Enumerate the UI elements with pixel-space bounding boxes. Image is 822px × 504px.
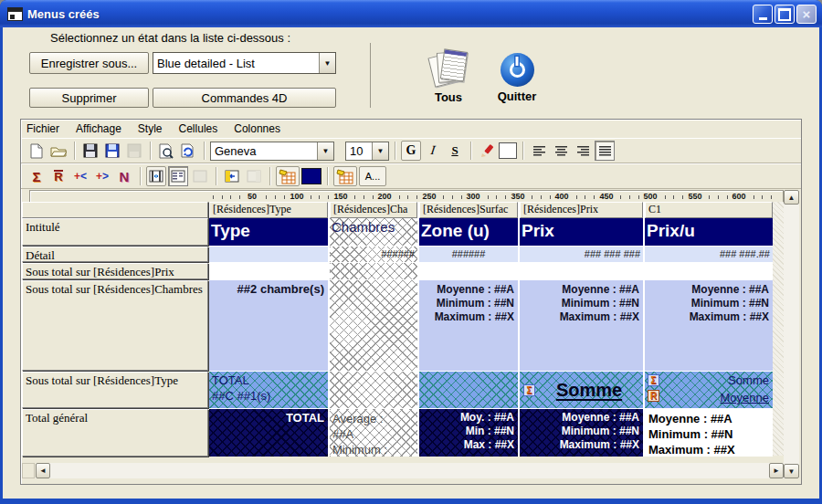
cell-sttype-prix[interactable]: Σ Somme (520, 372, 645, 408)
fill-color-tool-button[interactable] (276, 166, 300, 186)
cell-stchambres-prix[interactable]: Moyenne : ##A Minimum : ##N Maximum : ##… (520, 280, 645, 371)
cell-detail-prix[interactable]: ### ### ### (520, 247, 645, 262)
new-column-button[interactable]: N (114, 166, 134, 186)
insert-column-right-button[interactable]: +> (92, 166, 112, 186)
refresh-report-button[interactable] (178, 141, 198, 161)
new-document-button[interactable] (26, 141, 47, 161)
cell-title-chambres[interactable]: Chambres (330, 218, 419, 246)
cell-detail-type[interactable] (209, 247, 330, 262)
commands-4d-button[interactable]: Commandes 4D (153, 88, 336, 108)
cell-stprix-type[interactable] (209, 263, 330, 279)
align-right-button[interactable] (573, 141, 593, 161)
column-width-button[interactable] (146, 166, 166, 186)
menu-affichage[interactable]: Affichage (74, 122, 123, 135)
align-justify-button[interactable] (595, 141, 615, 161)
font-size-select[interactable]: 10 ▼ (345, 142, 389, 161)
insert-column-left-button[interactable]: +< (70, 166, 90, 186)
row-label-corner[interactable] (22, 202, 208, 218)
cell-stchambres-prix-u[interactable]: Moyenne : ##A Minimum : ##N Maximum : ##… (645, 280, 773, 371)
font-select[interactable]: Geneva ▼ (210, 142, 334, 161)
open-button[interactable] (48, 141, 68, 161)
horizontal-scrollbar[interactable]: ◄ ► (36, 463, 784, 478)
client-area: Sélectionnez un état dans la liste ci-de… (3, 27, 819, 499)
row-label-subtotal-prix[interactable]: Sous total sur [Résidences]Prix (22, 263, 208, 279)
scroll-down-icon[interactable]: ▼ (784, 464, 799, 478)
cell-total-prix-u[interactable]: Moyenne : ##A Minimum : ##N Maximum : ##… (645, 409, 773, 457)
cell-sttype-type[interactable]: TOTAL ##C ##1(s) (209, 372, 330, 408)
cell-title-prix-u[interactable]: Prix/u (645, 218, 773, 246)
font-size-arrow-icon[interactable]: ▼ (372, 142, 388, 160)
close-button[interactable]: × (796, 5, 817, 24)
report-select-arrow-icon[interactable]: ▼ (319, 53, 335, 73)
cell-stprix-zone[interactable] (419, 263, 520, 279)
cell-detail-prix-u[interactable]: ### ###.## (645, 247, 773, 262)
row-label-subtotal-type[interactable]: Sous total sur [Résidences]Type (22, 372, 208, 408)
align-center-button[interactable] (551, 141, 571, 161)
row-label-detail[interactable]: Détail (22, 247, 208, 262)
column-header-surface[interactable]: [Résidences]Surfac (419, 202, 518, 218)
cell-stprix-prix-u[interactable] (645, 263, 773, 279)
scroll-right-icon[interactable]: ► (769, 463, 784, 478)
titlebar[interactable]: Menus créés × (0, 0, 822, 27)
font-select-value: Geneva (211, 144, 317, 158)
alt-fill-tool-button[interactable] (333, 166, 357, 186)
column-header-chambres[interactable]: [Résidences]Cha (330, 202, 417, 218)
cell-stchambres-type[interactable]: ##2 chambre(s) (209, 280, 330, 371)
cell-detail-chambres[interactable]: ###### (330, 247, 419, 262)
cell-sttype-prix-u[interactable]: Σ R Somme Moyenne (645, 372, 773, 408)
cell-stchambres-zone[interactable]: Moyenne : ##A Minimum : ##N Maximum : ##… (419, 280, 520, 371)
row-label-total-general[interactable]: Total général (22, 409, 208, 457)
delete-button[interactable]: Supprimer (29, 88, 149, 108)
cell-title-zone[interactable]: Zone (u) (419, 218, 520, 246)
menu-cellules[interactable]: Cellules (177, 122, 220, 135)
alt-text-button[interactable]: A... (359, 166, 386, 186)
cell-sttype-zone[interactable] (419, 372, 520, 408)
cell-sttype-chambres[interactable] (330, 372, 419, 408)
grid-overflow-strip (773, 202, 784, 456)
cell-stprix-prix[interactable] (520, 263, 645, 279)
save-as-icon-button[interactable] (102, 141, 122, 161)
all-records-launcher[interactable]: Tous (423, 49, 474, 104)
instruction-label: Sélectionnez un état dans la liste ci-de… (50, 31, 290, 45)
italic-button[interactable]: I (421, 141, 444, 161)
maximize-button[interactable] (775, 5, 795, 24)
row-label-subtotal-chambres[interactable]: Sous total sur [Résidences]Chambres (22, 280, 208, 371)
save-as-button[interactable]: Enregistrer sous... (29, 52, 149, 74)
repeated-values-button[interactable]: R (48, 166, 68, 186)
scroll-up-icon[interactable]: ▲ (784, 190, 799, 205)
cell-total-prix[interactable]: Moyenne : ##A Minimum : ##N Maximum : ##… (520, 409, 645, 457)
underline-button[interactable]: S (445, 141, 465, 161)
fill-color-swatch[interactable] (301, 168, 321, 184)
sum-tool-button[interactable]: Σ (26, 166, 47, 186)
cell-title-prix[interactable]: Prix (520, 218, 645, 246)
minimize-button[interactable] (753, 5, 773, 24)
show-grid-rows-button[interactable] (168, 166, 188, 186)
column-header-type[interactable]: [Résidences]Type (209, 202, 328, 218)
cell-detail-zone[interactable]: ###### (419, 247, 520, 262)
column-header-c1[interactable]: C1 (645, 202, 773, 218)
vertical-scrollbar[interactable]: ▲ ▼ (784, 190, 799, 478)
move-cell-left-button[interactable] (222, 166, 242, 186)
cell-stchambres-chambres[interactable] (330, 280, 419, 371)
hscroll-stub (22, 463, 35, 478)
scroll-left-icon[interactable]: ◄ (36, 463, 50, 478)
column-header-prix[interactable]: [Résidences]Prix (520, 202, 643, 218)
cell-total-zone[interactable]: Moy. : ##A Min : ##N Max : ##X (419, 409, 520, 457)
text-color-pen-button[interactable] (477, 141, 497, 161)
cell-total-type[interactable]: TOTAL (209, 409, 330, 457)
quit-launcher[interactable]: Quitter (490, 53, 543, 103)
row-label-intitule[interactable]: Intitulé (22, 218, 208, 246)
text-color-swatch[interactable] (499, 142, 517, 159)
menu-colonnes[interactable]: Colonnes (232, 122, 282, 135)
menu-style[interactable]: Style (136, 122, 164, 135)
bold-button[interactable]: G (401, 141, 421, 161)
save-button[interactable] (80, 141, 100, 161)
font-select-arrow-icon[interactable]: ▼ (317, 142, 333, 160)
align-left-button[interactable] (529, 141, 549, 161)
cell-total-chambres[interactable]: Average : ##A Minimum : (330, 409, 419, 457)
menu-fichier[interactable]: Fichier (25, 122, 61, 135)
cell-stprix-chambres[interactable] (330, 263, 419, 279)
cell-title-type[interactable]: Type (209, 218, 330, 246)
report-select[interactable]: Blue detailed - List ▼ (153, 52, 336, 74)
print-preview-button[interactable] (156, 141, 176, 161)
